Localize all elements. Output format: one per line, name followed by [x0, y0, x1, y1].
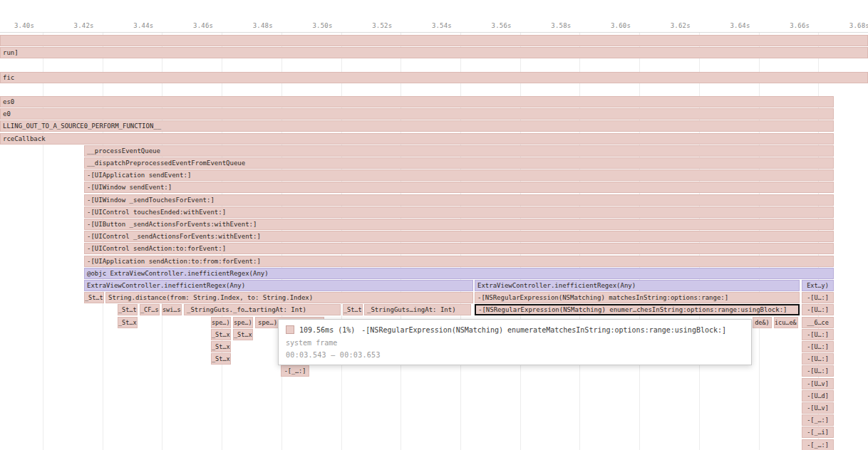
tooltip-headline: 109.56ms (1%) -[NSRegularExpression(NSMa…: [286, 325, 744, 334]
flame-frame[interactable]: run]: [0, 47, 868, 58]
tooltip-percent: (1%): [338, 326, 355, 334]
ruler-tick-label: 3.50s: [290, 22, 333, 29]
flame-frame[interactable]: -[UIWindow sendEvent:]: [84, 182, 834, 193]
flame-frame[interactable]: -[_…:]: [802, 414, 834, 426]
flame-frame[interactable]: _St…x): [233, 329, 253, 340]
flame-frame[interactable]: ExtraViewController.inefficientRegex(Any…: [475, 280, 800, 291]
flame-frame[interactable]: -[U…:]: [802, 329, 834, 340]
flame-frame[interactable]: @objc ExtraViewController.inefficientReg…: [84, 268, 834, 279]
flame-frame[interactable]: -[U…d]: [802, 390, 834, 402]
flame-frame[interactable]: LLING_OUT_TO_A_SOURCE0_PERFORM_FUNCTION_…: [0, 120, 834, 132]
flame-frame[interactable]: _St…x): [211, 329, 231, 340]
flame-frame[interactable]: _St…x): [211, 353, 231, 365]
flame-frame[interactable]: _CF…se: [140, 304, 160, 315]
flame-frame[interactable]: fic: [0, 72, 868, 83]
flame-frame[interactable]: -[NSRegularExpression(NSMatching) matche…: [475, 292, 800, 303]
ruler-tick-label: 3.40s: [0, 22, 34, 29]
flame-frame[interactable]: -[U…:]: [802, 292, 834, 303]
flame-frame[interactable]: _St…x): [118, 317, 138, 328]
ruler-tick-label: 3.52s: [349, 22, 392, 29]
frame-tooltip: 109.56ms (1%) -[NSRegularExpression(NSMa…: [278, 319, 752, 365]
ruler-tick-label: 3.60s: [588, 22, 631, 29]
ruler-tick-label: 3.46s: [170, 22, 213, 29]
flame-frame[interactable]: -[U…v]: [802, 402, 834, 414]
ruler-tick-label: 3.56s: [469, 22, 512, 29]
flame-frame[interactable]: -[U…v]: [802, 378, 834, 389]
flame-frame[interactable]: Ext…y): [802, 280, 834, 291]
flame-frame[interactable]: es0: [0, 96, 834, 108]
flame-frame[interactable]: [0, 35, 868, 46]
tooltip-note: system frame: [286, 339, 744, 347]
flame-frame[interactable]: -[UIControl sendAction:to:forEvent:]: [84, 243, 834, 254]
flame-frame[interactable]: __processEventQueue: [84, 145, 834, 157]
flame-frame[interactable]: -[U…:]: [802, 341, 834, 352]
flame-frame-selected[interactable]: -[NSRegularExpression(NSMatching) enumer…: [475, 304, 800, 315]
flame-frame[interactable]: -[UIApplication sendAction:to:from:forEv…: [84, 256, 834, 267]
ruler-tick-label: 3.66s: [767, 22, 810, 29]
ruler-tick-label: 3.68s: [827, 22, 868, 29]
flame-frame[interactable]: icu…e&): [774, 317, 798, 328]
tooltip-symbol: -[NSRegularExpression(NSMatching) enumer…: [361, 326, 726, 334]
ruler-tick-label: 3.54s: [409, 22, 452, 29]
frame-color-swatch-icon: [286, 325, 294, 334]
flame-frame[interactable]: -[U…:]: [802, 365, 834, 377]
tooltip-time-range: 00:03.543 — 00:03.653: [286, 351, 744, 359]
flame-frame[interactable]: -[UIButton _sendActionsForEvents:withEve…: [84, 219, 834, 230]
flame-frame[interactable]: String.distance(from: String.Index, to: …: [105, 292, 473, 303]
flame-frame[interactable]: spe…)): [211, 317, 231, 328]
flame-frame[interactable]: __dispatchPreprocessedEventFromEventQueu…: [84, 157, 834, 169]
flame-frame[interactable]: -[_…i]: [802, 427, 834, 438]
flame-frame[interactable]: -[UIControl touchesEnded:withEvent:]: [84, 206, 834, 218]
flame-frame[interactable]: _St…t): [118, 304, 138, 315]
time-ruler[interactable]: 3.40s3.42s3.44s3.46s3.48s3.50s3.52s3.54s…: [0, 0, 868, 33]
ruler-tick-label: 3.62s: [648, 22, 691, 29]
flame-frame[interactable]: swi…se: [162, 304, 182, 315]
flame-frame[interactable]: -[U…:]: [802, 353, 834, 365]
ruler-tick-label: 3.64s: [708, 22, 750, 29]
flame-frame[interactable]: _StringGuts…ingAt: Int): [364, 304, 471, 315]
ruler-tick-label: 3.42s: [51, 22, 94, 29]
flame-frame[interactable]: spe…)): [233, 317, 253, 328]
flame-frame[interactable]: -[UIControl _sendActionsForEvents:withEv…: [84, 231, 834, 242]
tooltip-duration: 109.56ms (1%): [299, 326, 355, 334]
flame-frame[interactable]: _StringGuts._fo…tartingAt: Int): [184, 304, 341, 315]
ruler-tick-label: 3.48s: [230, 22, 273, 29]
tooltip-duration-value: 109.56ms: [299, 326, 334, 334]
flame-frame[interactable]: ExtraViewController.inefficientRegex(Any…: [84, 280, 473, 291]
flame-frame[interactable]: _St…t): [343, 304, 363, 315]
flame-frame[interactable]: e0: [0, 108, 834, 120]
flame-frame[interactable]: -[UIApplication sendEvent:]: [84, 169, 834, 181]
flame-frame[interactable]: _St…t): [84, 292, 104, 303]
ruler-tick-label: 3.44s: [110, 22, 153, 29]
flame-frame[interactable]: __6…ce: [802, 317, 834, 328]
instruments-flame-chart: run]fices0e0LLING_OUT_TO_A_SOURCE0_PERFO…: [0, 0, 868, 450]
flame-frame[interactable]: _St…x): [211, 341, 231, 352]
gridline: [43, 33, 43, 450]
flame-frame[interactable]: -[_…:]: [802, 439, 834, 450]
ruler-tick-label: 3.58s: [528, 22, 571, 29]
flame-frame[interactable]: -[_…:]: [281, 365, 309, 377]
flame-frame[interactable]: -[UIWindow _sendTouchesForEvent:]: [84, 194, 834, 206]
flame-frame[interactable]: de&): [753, 317, 772, 328]
flame-frame[interactable]: -[U…:]: [802, 304, 834, 315]
flame-chart-canvas[interactable]: run]fices0e0LLING_OUT_TO_A_SOURCE0_PERFO…: [0, 0, 868, 450]
flame-frame[interactable]: rceCallback: [0, 133, 834, 145]
